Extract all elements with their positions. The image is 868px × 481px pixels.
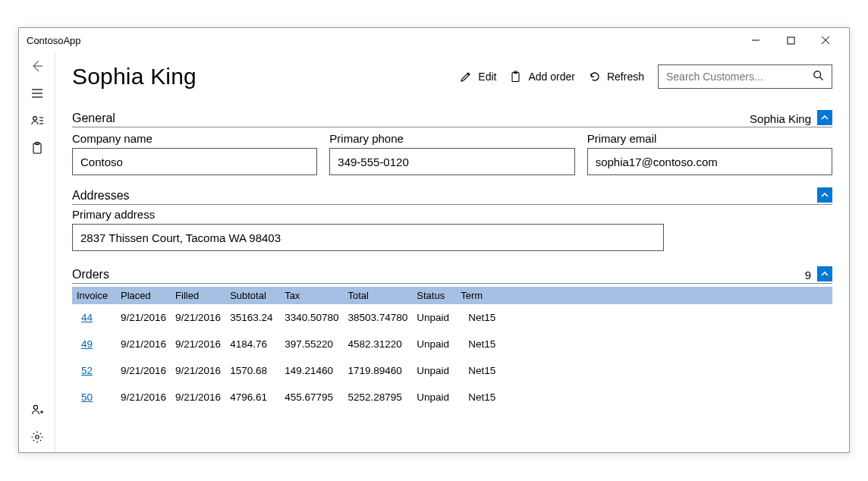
svg-rect-17 bbox=[512, 73, 519, 82]
content-area: Sophia King Edit Add order bbox=[55, 52, 849, 452]
add-person-icon[interactable] bbox=[30, 402, 45, 417]
invoice-link[interactable]: 50 bbox=[72, 384, 116, 410]
cell-tax: 3340.50780 bbox=[280, 304, 343, 331]
table-row[interactable]: 449/21/20169/21/201635163.243340.5078038… bbox=[72, 304, 832, 331]
cell-status: Unpaid bbox=[412, 357, 456, 384]
nav-rail bbox=[19, 52, 55, 452]
svg-point-19 bbox=[814, 71, 821, 78]
cell-tax: 397.55220 bbox=[280, 331, 343, 357]
cell-subtotal: 1570.68 bbox=[225, 357, 280, 384]
orders-table: Invoice Placed Filled Subtotal Tax Total… bbox=[72, 287, 832, 410]
contacts-icon[interactable] bbox=[30, 113, 45, 128]
cell-total: 4582.31220 bbox=[343, 331, 412, 357]
settings-icon[interactable] bbox=[30, 429, 45, 445]
svg-line-20 bbox=[820, 77, 823, 80]
primary-email-input[interactable]: sophia17@contoso.com bbox=[587, 148, 832, 175]
col-subtotal[interactable]: Subtotal bbox=[225, 287, 280, 304]
add-order-button[interactable]: Add order bbox=[510, 71, 574, 83]
search-icon bbox=[813, 70, 824, 83]
col-filled[interactable]: Filled bbox=[171, 287, 225, 304]
minimize-button[interactable] bbox=[738, 28, 773, 52]
col-placed[interactable]: Placed bbox=[116, 287, 171, 304]
window-controls bbox=[738, 28, 843, 52]
section-general-right: Sophia King bbox=[750, 112, 817, 125]
close-button[interactable] bbox=[808, 28, 843, 52]
page-title: Sophia King bbox=[72, 64, 197, 90]
refresh-icon bbox=[589, 71, 601, 83]
section-orders-count: 9 bbox=[805, 269, 817, 281]
svg-point-16 bbox=[35, 435, 38, 439]
col-tax[interactable]: Tax bbox=[280, 287, 343, 304]
primary-phone-label: Primary phone bbox=[329, 132, 574, 145]
primary-phone-input[interactable]: 349-555-0120 bbox=[329, 148, 574, 175]
app-title: ContosoApp bbox=[27, 35, 81, 46]
section-addresses-header: Addresses bbox=[72, 187, 832, 205]
refresh-label: Refresh bbox=[607, 71, 644, 83]
svg-point-13 bbox=[33, 405, 37, 409]
cell-status: Unpaid bbox=[412, 331, 456, 357]
clipboard-icon[interactable] bbox=[30, 140, 45, 156]
primary-address-label: Primary address bbox=[72, 208, 832, 221]
cell-tax: 455.67795 bbox=[280, 384, 343, 410]
cell-subtotal: 4184.76 bbox=[225, 331, 280, 357]
section-general-header: General Sophia King bbox=[72, 110, 832, 127]
section-general-label: General bbox=[72, 112, 115, 125]
add-order-label: Add order bbox=[528, 71, 574, 83]
table-row[interactable]: 529/21/20169/21/20161570.68149.214601719… bbox=[72, 357, 832, 384]
cell-filled: 9/21/2016 bbox=[171, 331, 225, 357]
cell-filled: 9/21/2016 bbox=[171, 384, 225, 410]
cell-term: Net15 bbox=[456, 304, 500, 331]
cell-term: Net15 bbox=[456, 357, 500, 384]
col-status[interactable]: Status bbox=[412, 287, 456, 304]
invoice-link[interactable]: 52 bbox=[72, 357, 116, 384]
edit-label: Edit bbox=[478, 71, 496, 83]
primary-email-label: Primary email bbox=[587, 132, 832, 145]
edit-button[interactable]: Edit bbox=[460, 71, 496, 83]
refresh-button[interactable]: Refresh bbox=[589, 71, 644, 83]
svg-rect-1 bbox=[788, 37, 794, 44]
cell-subtotal: 35163.24 bbox=[225, 304, 280, 331]
company-name-label: Company name bbox=[72, 132, 317, 145]
collapse-general-button[interactable] bbox=[817, 110, 832, 125]
table-row[interactable]: 499/21/20169/21/20164184.76397.552204582… bbox=[72, 331, 832, 357]
company-name-input[interactable]: Contoso bbox=[72, 148, 317, 175]
maximize-button[interactable] bbox=[773, 28, 808, 52]
col-term[interactable]: Term bbox=[456, 287, 500, 304]
table-row[interactable]: 509/21/20169/21/20164796.61455.677955252… bbox=[72, 384, 832, 410]
svg-point-7 bbox=[33, 117, 36, 121]
invoice-link[interactable]: 44 bbox=[72, 304, 116, 331]
cell-term: Net15 bbox=[456, 331, 500, 357]
cell-placed: 9/21/2016 bbox=[116, 384, 171, 410]
collapse-addresses-button[interactable] bbox=[817, 187, 832, 203]
cell-filled: 9/21/2016 bbox=[171, 357, 225, 384]
primary-address-input[interactable]: 2837 Thissen Court, Tacoma WA 98403 bbox=[72, 224, 664, 251]
clipboard-add-icon bbox=[510, 71, 522, 83]
cell-total: 5252.28795 bbox=[343, 384, 412, 410]
menu-icon[interactable] bbox=[30, 86, 45, 101]
search-input[interactable] bbox=[666, 71, 813, 83]
invoice-link[interactable]: 49 bbox=[72, 331, 116, 357]
section-orders-header: Orders 9 bbox=[72, 266, 832, 284]
cell-total: 38503.74780 bbox=[343, 304, 412, 331]
cell-filled: 9/21/2016 bbox=[171, 304, 225, 331]
cell-placed: 9/21/2016 bbox=[116, 357, 171, 384]
titlebar: ContosoApp bbox=[19, 28, 849, 52]
search-box[interactable] bbox=[658, 64, 832, 89]
cell-status: Unpaid bbox=[412, 304, 456, 331]
cell-total: 1719.89460 bbox=[343, 357, 412, 384]
col-total[interactable]: Total bbox=[343, 287, 412, 304]
cell-placed: 9/21/2016 bbox=[116, 304, 171, 331]
cell-status: Unpaid bbox=[412, 384, 456, 410]
cell-term: Net15 bbox=[456, 384, 500, 410]
section-orders-label: Orders bbox=[72, 268, 109, 281]
toolbar: Edit Add order Refresh bbox=[460, 64, 832, 89]
pencil-icon bbox=[460, 71, 472, 83]
app-window: ContosoApp bbox=[18, 27, 850, 453]
orders-header-row: Invoice Placed Filled Subtotal Tax Total… bbox=[72, 287, 832, 304]
col-invoice[interactable]: Invoice bbox=[72, 287, 116, 304]
collapse-orders-button[interactable] bbox=[817, 266, 832, 281]
cell-tax: 149.21460 bbox=[280, 357, 343, 384]
cell-subtotal: 4796.61 bbox=[225, 384, 280, 410]
back-icon[interactable] bbox=[30, 58, 45, 74]
cell-placed: 9/21/2016 bbox=[116, 331, 171, 357]
